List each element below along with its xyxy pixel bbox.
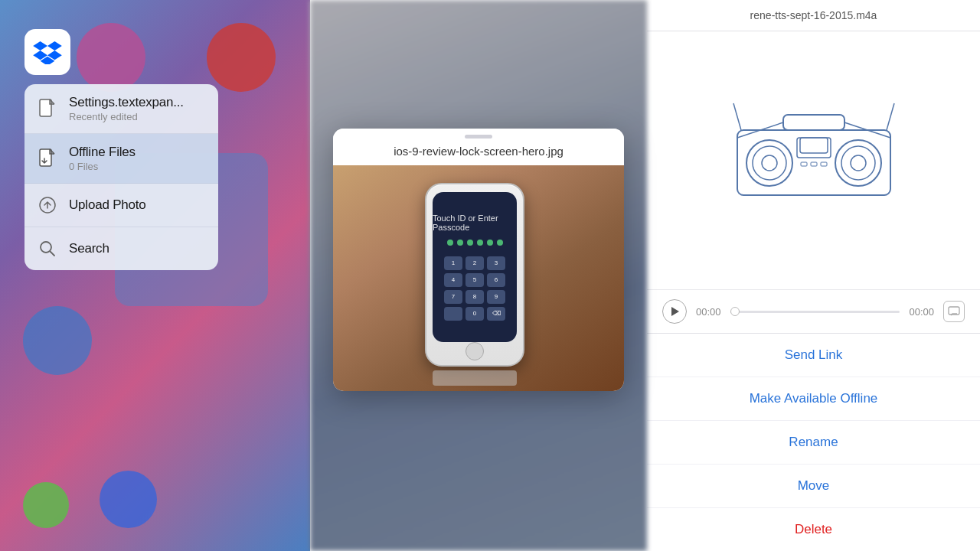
svg-point-12 <box>841 146 875 180</box>
left-panel: Settings.textexpan... Recently edited Of… <box>0 0 310 551</box>
num-del: ⌫ <box>487 307 505 321</box>
background-circles <box>0 0 310 551</box>
upload-text: Upload Photo <box>69 197 206 213</box>
svg-rect-5 <box>783 115 844 130</box>
phone-illustration: Touch ID or Enter Passcode 1 2 <box>425 183 532 374</box>
handle-bar <box>465 135 492 139</box>
bg-circle-3 <box>23 306 92 375</box>
send-link-button[interactable]: Send Link <box>647 334 980 377</box>
phone-body: Touch ID or Enter Passcode 1 2 <box>425 183 524 367</box>
dot-3 <box>467 240 473 246</box>
svg-rect-16 <box>801 162 807 166</box>
file-icon <box>37 98 58 119</box>
settings-text: Settings.textexpan... Recently edited <box>69 95 206 122</box>
num-9: 9 <box>487 290 505 304</box>
quick-action-upload[interactable]: Upload Photo <box>24 184 218 227</box>
search-text: Search <box>69 241 206 256</box>
svg-point-8 <box>746 140 792 186</box>
svg-point-13 <box>851 155 866 171</box>
dot-2 <box>457 240 463 246</box>
right-actions-list: Send Link Make Available Offline Rename … <box>647 333 980 551</box>
delete-button[interactable]: Delete <box>647 508 980 551</box>
num-6: 6 <box>487 273 505 287</box>
make-offline-button[interactable]: Make Available Offline <box>647 377 980 421</box>
play-icon <box>671 307 679 316</box>
audio-preview-area <box>647 31 980 289</box>
preview-image: Touch ID or Enter Passcode 1 2 <box>333 165 624 391</box>
right-panel: rene-tts-sept-16-2015.m4a <box>647 0 980 551</box>
dot-6 <box>497 240 503 246</box>
num-8: 8 <box>466 290 484 304</box>
svg-rect-18 <box>821 162 827 166</box>
quick-action-search[interactable]: Search <box>24 227 218 270</box>
bg-circle-4 <box>100 471 157 528</box>
num-3: 3 <box>487 256 505 270</box>
offline-subtitle: 0 Files <box>69 161 206 172</box>
upload-title: Upload Photo <box>69 197 206 213</box>
audio-progress-thumb[interactable] <box>730 307 740 316</box>
settings-title: Settings.textexpan... <box>69 95 206 110</box>
phone-lock-dots <box>447 240 503 246</box>
svg-line-20 <box>887 103 894 130</box>
num-2: 2 <box>466 256 484 270</box>
dropbox-app-icon[interactable] <box>24 29 70 75</box>
rename-button[interactable]: Rename <box>647 421 980 465</box>
num-4: 4 <box>444 273 462 287</box>
offline-text: Offline Files 0 Files <box>69 145 206 172</box>
right-filename: rene-tts-sept-16-2015.m4a <box>647 0 980 31</box>
chat-icon[interactable] <box>943 301 965 322</box>
preview-filename: ios-9-review-lock-screen-hero.jpg <box>333 139 624 165</box>
phone-dock <box>433 370 517 386</box>
audio-end-time: 00:00 <box>909 306 934 318</box>
search-title: Search <box>69 241 206 256</box>
svg-line-19 <box>733 103 741 130</box>
download-icon <box>37 148 58 169</box>
audio-controls[interactable]: 00:00 00:00 <box>647 289 980 333</box>
phone-screen: Touch ID or Enter Passcode 1 2 <box>433 192 517 342</box>
play-button[interactable] <box>662 299 687 324</box>
search-icon <box>37 238 58 259</box>
bg-circle-2 <box>207 23 276 92</box>
offline-title: Offline Files <box>69 145 206 160</box>
move-button[interactable]: Move <box>647 465 980 508</box>
middle-panel: ios-9-review-lock-screen-hero.jpg Touch … <box>310 0 647 551</box>
quick-action-settings[interactable]: Settings.textexpan... Recently edited <box>24 84 218 134</box>
svg-rect-15 <box>797 138 831 158</box>
quick-action-offline[interactable]: Offline Files 0 Files <box>24 134 218 184</box>
num-5: 5 <box>466 273 484 287</box>
dropbox-logo-svg <box>33 40 62 64</box>
settings-subtitle: Recently edited <box>69 111 206 122</box>
svg-point-11 <box>835 140 881 186</box>
boombox-illustration <box>730 99 898 207</box>
audio-current-time: 00:00 <box>696 306 721 318</box>
num-7: 7 <box>444 290 462 304</box>
upload-icon <box>37 194 58 216</box>
svg-point-9 <box>753 146 786 180</box>
dot-5 <box>487 240 493 246</box>
phone-numpad: 1 2 3 4 5 6 7 8 9 0 ⌫ <box>444 256 505 321</box>
bg-circle-1 <box>77 23 145 92</box>
quick-actions-menu: Settings.textexpan... Recently edited Of… <box>24 84 218 270</box>
num-0: 0 <box>466 307 484 321</box>
file-preview-card[interactable]: ios-9-review-lock-screen-hero.jpg Touch … <box>333 129 624 391</box>
dot-4 <box>477 240 483 246</box>
num-1: 1 <box>444 256 462 270</box>
audio-progress-bar[interactable] <box>730 311 900 313</box>
num-empty <box>444 307 462 321</box>
phone-time: Touch ID or Enter Passcode <box>433 214 517 232</box>
dot-1 <box>447 240 453 246</box>
phone-home-button <box>466 342 484 360</box>
svg-point-10 <box>762 155 777 171</box>
bg-circle-5 <box>23 482 69 528</box>
svg-rect-14 <box>800 138 828 153</box>
drag-handle[interactable] <box>333 129 624 139</box>
svg-rect-17 <box>811 162 817 166</box>
